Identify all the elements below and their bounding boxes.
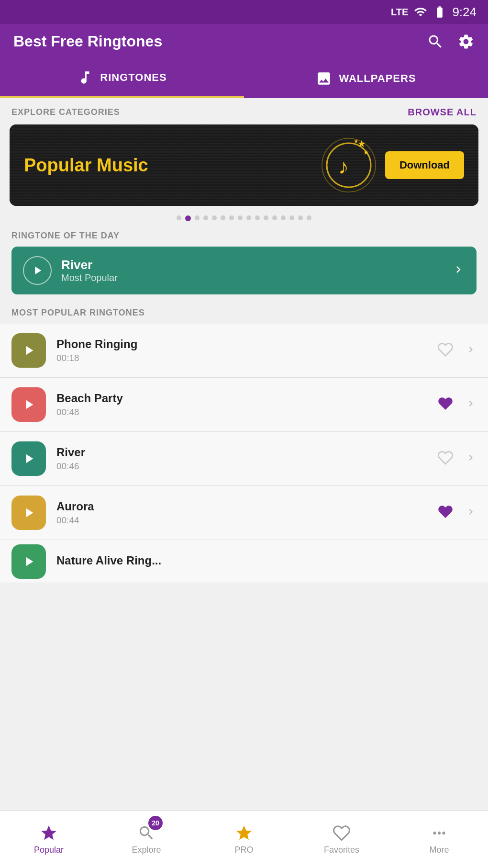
- rotd-label: RINGTONE OF THE DAY: [11, 231, 477, 241]
- chevron-right-icon-2: [465, 398, 477, 409]
- carousel-dots: [0, 211, 488, 226]
- nav-explore[interactable]: 20 Explore: [98, 811, 195, 868]
- heart-icon-1: [437, 341, 454, 358]
- play-button-3[interactable]: [11, 441, 46, 476]
- explore-header: EXPLORE CATEGORIES BROWSE ALL: [0, 98, 488, 123]
- dot-5: [212, 215, 217, 220]
- dot-10: [255, 215, 260, 220]
- header-actions: [427, 33, 475, 50]
- favorite-button-2[interactable]: [437, 395, 454, 414]
- banner-right: ★ ★ ★ ♪ Download: [320, 136, 464, 194]
- favorites-icon: [333, 824, 351, 842]
- arrow-4: [465, 506, 477, 519]
- rotd-subtitle: Most Popular: [61, 272, 452, 283]
- settings-icon[interactable]: [457, 33, 475, 50]
- rt-actions-2: [437, 395, 477, 414]
- play-button-1[interactable]: [11, 333, 46, 368]
- dot-6: [221, 215, 225, 220]
- dot-11: [264, 215, 268, 220]
- svg-point-1: [322, 138, 376, 192]
- nav-more[interactable]: More: [390, 811, 488, 868]
- ringtone-item-1: Phone Ringing 00:18: [0, 324, 488, 378]
- rt-name-1: Phone Ringing: [56, 338, 437, 351]
- favorite-button-3[interactable]: [437, 450, 454, 468]
- chevron-right-icon-1: [465, 344, 477, 355]
- chevron-right-icon-3: [465, 452, 477, 463]
- rotd-play-button[interactable]: [23, 256, 52, 285]
- app-header: Best Free Ringtones: [0, 24, 488, 59]
- play-button-2[interactable]: [11, 387, 46, 422]
- music-glow-icon: ★ ★ ★ ♪: [320, 136, 377, 194]
- rotd-card[interactable]: River Most Popular: [11, 247, 477, 294]
- favorite-button-4[interactable]: [437, 504, 454, 522]
- lte-indicator: LTE: [391, 7, 408, 18]
- dot-13: [281, 215, 286, 220]
- dot-3: [195, 215, 200, 220]
- dot-9: [246, 215, 251, 220]
- favorite-button-1[interactable]: [437, 341, 454, 360]
- rt-duration-4: 00:44: [56, 515, 437, 526]
- explore-badge: 20: [148, 816, 163, 830]
- heart-icon-4: [437, 504, 454, 520]
- rt-duration-3: 00:46: [56, 461, 437, 472]
- main-content: EXPLORE CATEGORIES BROWSE ALL Popular Mu…: [0, 98, 488, 641]
- rt-info-5: Nature Alive Ring...: [56, 554, 477, 569]
- ringtone-item-4: Aurora 00:44: [0, 486, 488, 540]
- svg-text:♪: ♪: [338, 155, 349, 178]
- more-icon: [430, 824, 448, 842]
- nav-popular-label: Popular: [34, 845, 64, 855]
- rt-actions-4: [437, 504, 477, 522]
- nav-popular[interactable]: Popular: [0, 811, 98, 868]
- play-button-5[interactable]: [11, 544, 46, 579]
- play-button-4[interactable]: [11, 496, 46, 530]
- battery-icon: [433, 5, 446, 19]
- pro-icon: [235, 824, 253, 842]
- explore-title: EXPLORE CATEGORIES: [11, 107, 120, 117]
- arrow-1: [465, 344, 477, 357]
- browse-all-button[interactable]: BROWSE ALL: [408, 107, 477, 118]
- status-bar: LTE 9:24: [0, 0, 488, 24]
- signal-icon: [414, 5, 427, 19]
- play-icon-1: [21, 343, 36, 358]
- rt-info-2: Beach Party 00:48: [56, 392, 437, 417]
- heart-icon-2: [437, 395, 454, 412]
- svg-text:★: ★: [354, 138, 359, 145]
- arrow-3: [465, 452, 477, 465]
- svg-text:★: ★: [363, 148, 369, 156]
- dot-15: [298, 215, 303, 220]
- clock: 9:24: [452, 5, 477, 20]
- tab-ringtones-label: RINGTONES: [100, 71, 166, 84]
- nav-pro-label: PRO: [234, 845, 253, 855]
- ringtone-of-day-section: RINGTONE OF THE DAY River Most Popular: [0, 226, 488, 301]
- play-icon-5: [21, 554, 36, 569]
- arrow-2: [465, 398, 477, 411]
- play-icon: [31, 264, 44, 277]
- banner-title: Popular Music: [24, 155, 148, 176]
- app-title: Best Free Ringtones: [13, 33, 162, 50]
- ringtone-item-5: Nature Alive Ring...: [0, 540, 488, 583]
- play-icon-3: [21, 451, 36, 466]
- rt-name-5: Nature Alive Ring...: [56, 554, 477, 567]
- ringtone-item-2: Beach Party 00:48: [0, 378, 488, 432]
- download-button[interactable]: Download: [385, 151, 464, 179]
- tab-bar: RINGTONES WALLPAPERS: [0, 59, 488, 98]
- nav-pro[interactable]: PRO: [195, 811, 293, 868]
- most-popular-label: MOST POPULAR RINGTONES: [11, 308, 477, 318]
- chevron-right-icon-4: [465, 506, 477, 518]
- dot-14: [289, 215, 294, 220]
- dot-12: [272, 215, 277, 220]
- rt-info-4: Aurora 00:44: [56, 500, 437, 526]
- promo-banner[interactable]: Popular Music ★ ★ ★ ♪ Download: [10, 124, 478, 206]
- tab-ringtones[interactable]: RINGTONES: [0, 59, 244, 98]
- nav-more-label: More: [429, 845, 449, 855]
- rt-actions-3: [437, 450, 477, 468]
- dot-4: [203, 215, 208, 220]
- dot-8: [238, 215, 243, 220]
- rt-info-3: River 00:46: [56, 446, 437, 472]
- search-icon[interactable]: [427, 33, 444, 50]
- nav-favorites[interactable]: Favorites: [293, 811, 390, 868]
- rt-duration-1: 00:18: [56, 353, 437, 363]
- popular-icon: [40, 824, 58, 842]
- tab-wallpapers[interactable]: WALLPAPERS: [244, 59, 488, 98]
- play-icon-2: [21, 397, 36, 412]
